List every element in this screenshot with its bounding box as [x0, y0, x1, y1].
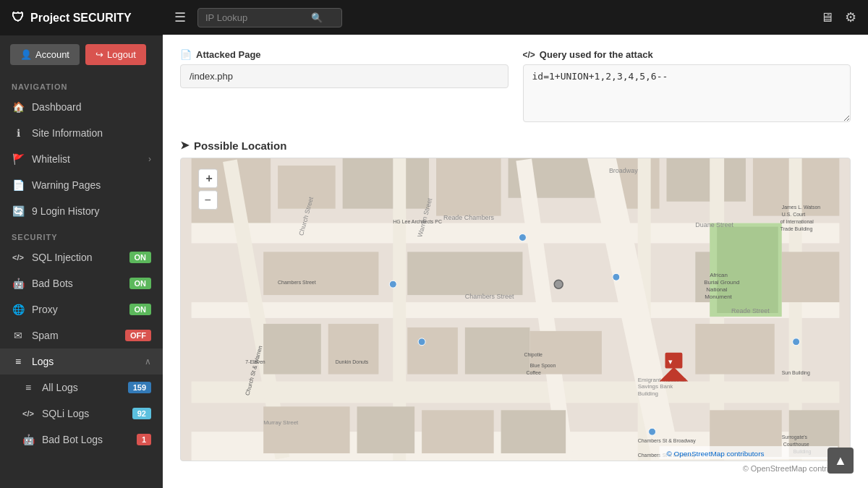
sidebar-item-login-history[interactable]: 🔄 9 Login History	[0, 198, 163, 224]
svg-text:Coffee: Coffee	[526, 370, 540, 375]
sqli-logs-icon: </>	[22, 409, 35, 418]
sidebar-item-dashboard[interactable]: 🏠 Dashboard	[0, 94, 163, 120]
account-label: Account	[35, 49, 69, 60]
sql-icon: </>	[12, 253, 25, 262]
content-topbar: ☰ 🔍 🖥 ⚙	[163, 0, 868, 35]
bad-bot-logs-icon: 🤖	[22, 434, 35, 445]
svg-rect-35	[501, 410, 566, 453]
svg-text:▾: ▾	[668, 357, 673, 366]
sql-badge: ON	[129, 252, 152, 263]
sidebar-item-proxy[interactable]: 🌐 Proxy ON	[0, 296, 163, 322]
nav-proxy-label: Proxy	[32, 304, 58, 315]
attacked-page-input[interactable]	[180, 64, 509, 88]
svg-text:James L. Watson: James L. Watson	[782, 205, 821, 210]
svg-text:Duane Street: Duane Street	[695, 221, 733, 228]
svg-text:Chambers Street: Chambers Street	[465, 293, 514, 300]
sidebar-item-bad-bots[interactable]: 🤖 Bad Bots ON	[0, 270, 163, 296]
sidebar-item-all-logs[interactable]: ≡ All Logs 159	[0, 374, 163, 401]
attacked-page-label: 📄 Attacked Page	[180, 49, 509, 60]
query-group: </> Query used for the attack id=1+UNION…	[523, 49, 851, 124]
svg-text:Chambers Street: Chambers Street	[278, 280, 316, 285]
attacked-page-group: 📄 Attacked Page	[180, 49, 509, 124]
svg-rect-79	[665, 353, 683, 369]
query-textarea[interactable]: id=1+UNION+1,2,3,4,5,6--	[523, 64, 851, 122]
sidebar-item-spam[interactable]: ✉ Spam OFF	[0, 322, 163, 348]
svg-rect-7	[667, 158, 746, 202]
sidebar-item-site-information[interactable]: ℹ Site Information	[0, 120, 163, 146]
map-attribution: © OpenStreetMap contributors	[180, 464, 851, 473]
svg-text:Savings Bank: Savings Bank	[638, 383, 673, 390]
svg-point-85	[649, 428, 656, 435]
svg-text:Murray Street: Murray Street	[263, 419, 299, 426]
query-label: </> Query used for the attack	[523, 49, 851, 60]
svg-text:Dunkin Donuts: Dunkin Donuts	[336, 359, 369, 364]
proxy-icon: 🌐	[12, 304, 25, 315]
svg-text:U.S. Court: U.S. Court	[782, 212, 806, 217]
bad-bot-logs-badge: 1	[137, 434, 151, 445]
sidebar-item-sqli-logs[interactable]: </> SQLi Logs 92	[0, 401, 163, 427]
monitor-icon[interactable]: 🖥	[820, 10, 833, 25]
page-icon: 📄	[12, 179, 25, 191]
user-icon: 👤	[20, 49, 32, 60]
svg-text:7-Eleven: 7-Eleven	[245, 359, 265, 364]
svg-point-81	[519, 234, 526, 241]
search-input[interactable]	[205, 12, 307, 23]
svg-rect-3	[343, 158, 429, 209]
svg-text:HG Lee Architects PC: HG Lee Architects PC	[393, 219, 442, 224]
svg-point-83	[418, 338, 425, 346]
svg-rect-4	[436, 158, 501, 216]
svg-text:Broadway: Broadway	[609, 167, 638, 174]
account-button[interactable]: 👤 Account	[10, 44, 80, 65]
sqli-logs-badge: 92	[132, 408, 151, 419]
svg-rect-23	[407, 252, 522, 295]
scroll-to-top-button[interactable]: ▲	[827, 448, 854, 474]
search-box: 🔍	[197, 8, 342, 27]
main-wrapper: ☰ 🔍 🖥 ⚙ 📄 Attacked Page </> Query used f…	[163, 0, 868, 488]
svg-rect-33	[357, 406, 415, 453]
svg-point-86	[793, 338, 800, 346]
info-icon: ℹ	[12, 127, 25, 139]
nav-bad-bot-logs-label: Bad Bot Logs	[42, 434, 103, 445]
svg-rect-34	[422, 410, 494, 453]
possible-location-title: ➤ Possible Location	[180, 139, 851, 152]
svg-rect-29	[695, 324, 774, 374]
svg-text:Chambers St & Broadway: Chambers St & Broadway	[638, 438, 697, 444]
svg-rect-20	[263, 252, 378, 295]
flag-icon: 🚩	[12, 153, 25, 165]
svg-text:African: African	[710, 272, 728, 278]
sidebar-item-logs[interactable]: ≡ Logs ∧	[0, 348, 163, 374]
spam-icon: ✉	[12, 330, 25, 341]
svg-text:National: National	[706, 286, 727, 293]
sidebar-item-sql-injection[interactable]: </> SQL Injection ON	[0, 244, 163, 270]
svg-text:Sun Building: Sun Building	[782, 370, 810, 376]
svg-text:+: +	[206, 172, 213, 184]
bad-bots-badge: ON	[129, 278, 152, 289]
svg-text:Surrogate's: Surrogate's	[782, 435, 808, 440]
nav-warning-pages-label: Warning Pages	[32, 179, 101, 191]
svg-point-84	[613, 273, 620, 281]
nav-dashboard-label: Dashboard	[32, 101, 82, 113]
sidebar-item-whitelist[interactable]: 🚩 Whitelist ›	[0, 146, 163, 172]
gear-icon[interactable]: ⚙	[845, 9, 856, 25]
sidebar-item-bad-bot-logs[interactable]: 🤖 Bad Bot Logs 1	[0, 427, 163, 453]
svg-rect-11	[192, 382, 840, 403]
hamburger-icon[interactable]: ☰	[174, 9, 186, 25]
logs-icon: ≡	[12, 356, 25, 367]
chevron-right-icon: ›	[148, 154, 151, 164]
svg-point-77	[554, 280, 563, 288]
sidebar: 🛡 Project SECURITY 👤 Account ↪ Logout NA…	[0, 0, 163, 488]
nav-section-label: NAVIGATION	[0, 74, 163, 94]
svg-rect-24	[407, 328, 458, 374]
location-icon: ➤	[180, 139, 190, 152]
nav-login-history-label: 9 Login History	[32, 205, 99, 217]
sidebar-item-warning-pages[interactable]: 📄 Warning Pages	[0, 172, 163, 198]
bot-icon: 🤖	[12, 278, 25, 289]
nav-whitelist-label: Whitelist	[32, 153, 70, 165]
nav-logs-label: Logs	[32, 356, 54, 367]
top-buttons: 👤 Account ↪ Logout	[0, 35, 163, 74]
svg-text:Trade Building: Trade Building	[780, 226, 813, 232]
chevron-up-icon: ∧	[145, 356, 151, 367]
history-icon: 🔄	[12, 205, 25, 217]
home-icon: 🏠	[12, 101, 25, 113]
logout-button[interactable]: ↪ Logout	[85, 44, 146, 65]
